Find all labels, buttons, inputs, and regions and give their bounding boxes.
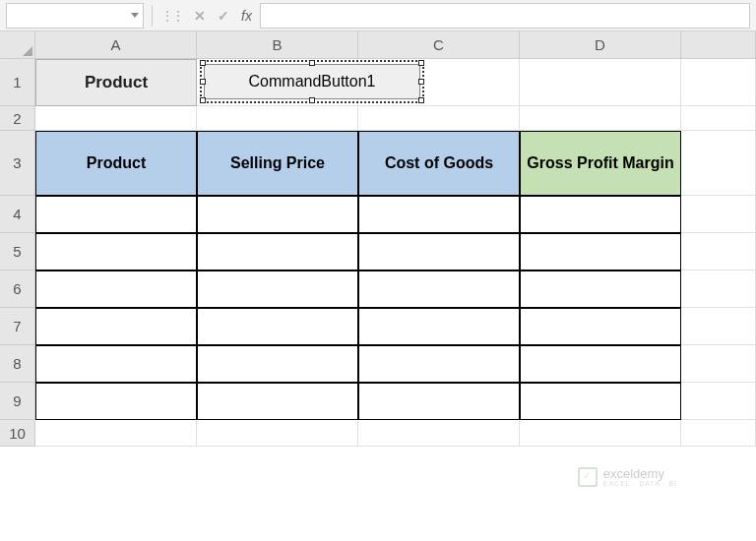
cell-d7[interactable] — [520, 308, 681, 345]
row-header-1[interactable]: 1 — [0, 59, 35, 106]
watermark: exceldemy EXCEL · DATA · BI — [578, 467, 677, 487]
watermark-title: exceldemy — [603, 467, 677, 480]
cell-c10[interactable] — [358, 420, 520, 447]
resize-handle-icon[interactable] — [200, 97, 206, 103]
resize-handle-icon[interactable] — [200, 60, 206, 66]
table-header-product[interactable]: Product — [35, 131, 197, 196]
cell-c6[interactable] — [358, 270, 520, 308]
cell-d1[interactable] — [520, 59, 681, 106]
row-header-2[interactable]: 2 — [0, 106, 35, 131]
cell-e1[interactable] — [681, 59, 756, 106]
command-button[interactable]: CommandButton1 — [204, 64, 420, 99]
table-header-selling-price[interactable]: Selling Price — [197, 131, 358, 196]
cell-a10[interactable] — [35, 420, 197, 447]
cell-c2[interactable] — [358, 106, 520, 131]
table-header-gross-profit-margin[interactable]: Gross Profit Margin — [520, 131, 681, 196]
cell-d4[interactable] — [520, 196, 681, 233]
command-button-label: CommandButton1 — [249, 73, 376, 90]
cell-d2[interactable] — [520, 106, 681, 131]
cell-a8[interactable] — [35, 345, 197, 383]
row-header-6[interactable]: 6 — [0, 270, 35, 308]
resize-handle-icon[interactable] — [418, 97, 424, 103]
cell-e3[interactable] — [681, 131, 756, 196]
table-header-cost-of-goods[interactable]: Cost of Goods — [358, 131, 520, 196]
formula-bar: ⋮⋮ ✕ ✓ fx — [0, 0, 756, 31]
drag-handle-icon[interactable]: ⋮⋮ — [160, 8, 182, 24]
col-header-e[interactable] — [681, 31, 756, 59]
row-header-3[interactable]: 3 — [0, 131, 35, 196]
cell-b2[interactable] — [197, 106, 358, 131]
col-header-a[interactable]: A — [35, 31, 197, 59]
cell-b5[interactable] — [197, 233, 358, 270]
cell-a7[interactable] — [35, 308, 197, 345]
cell-e8[interactable] — [681, 345, 756, 383]
cell-a1[interactable]: Product — [35, 59, 197, 106]
row-header-4[interactable]: 4 — [0, 196, 35, 233]
cell-e4[interactable] — [681, 196, 756, 233]
cell-a2[interactable] — [35, 106, 197, 131]
name-box[interactable] — [6, 3, 144, 29]
cell-b6[interactable] — [197, 270, 358, 308]
cell-d8[interactable] — [520, 345, 681, 383]
row-header-8[interactable]: 8 — [0, 345, 35, 383]
col-header-d[interactable]: D — [520, 31, 681, 59]
select-all-corner[interactable] — [0, 31, 35, 59]
cell-a9[interactable] — [35, 383, 197, 420]
row-header-5[interactable]: 5 — [0, 233, 35, 270]
cell-a5[interactable] — [35, 233, 197, 270]
cell-e2[interactable] — [681, 106, 756, 131]
fx-label[interactable]: fx — [241, 8, 252, 24]
divider — [152, 5, 153, 27]
cell-d5[interactable] — [520, 233, 681, 270]
chevron-down-icon[interactable] — [131, 13, 139, 18]
resize-handle-icon[interactable] — [200, 79, 206, 85]
watermark-subtitle: EXCEL · DATA · BI — [603, 480, 677, 487]
cell-c7[interactable] — [358, 308, 520, 345]
row-header-9[interactable]: 9 — [0, 383, 35, 420]
col-header-c[interactable]: C — [358, 31, 520, 59]
cell-e6[interactable] — [681, 270, 756, 308]
resize-handle-icon[interactable] — [418, 79, 424, 85]
confirm-icon[interactable]: ✓ — [212, 4, 235, 28]
cell-c9[interactable] — [358, 383, 520, 420]
cell-d9[interactable] — [520, 383, 681, 420]
col-header-b[interactable]: B — [197, 31, 358, 59]
cell-b8[interactable] — [197, 345, 358, 383]
cell-b9[interactable] — [197, 383, 358, 420]
cell-d10[interactable] — [520, 420, 681, 447]
cell-b10[interactable] — [197, 420, 358, 447]
cell-b7[interactable] — [197, 308, 358, 345]
formula-input[interactable] — [260, 3, 750, 29]
row-header-7[interactable]: 7 — [0, 308, 35, 345]
row-header-10[interactable]: 10 — [0, 420, 35, 447]
cell-a4[interactable] — [35, 196, 197, 233]
cell-e5[interactable] — [681, 233, 756, 270]
cell-e10[interactable] — [681, 420, 756, 447]
resize-handle-icon[interactable] — [309, 97, 315, 103]
cell-b4[interactable] — [197, 196, 358, 233]
cell-e7[interactable] — [681, 308, 756, 345]
cell-c5[interactable] — [358, 233, 520, 270]
cancel-icon[interactable]: ✕ — [188, 4, 212, 28]
watermark-icon — [578, 467, 598, 487]
resize-handle-icon[interactable] — [418, 60, 424, 66]
resize-handle-icon[interactable] — [309, 60, 315, 66]
cell-d6[interactable] — [520, 270, 681, 308]
cell-a6[interactable] — [35, 270, 197, 308]
cell-c4[interactable] — [358, 196, 520, 233]
cell-c8[interactable] — [358, 345, 520, 383]
cell-e9[interactable] — [681, 383, 756, 420]
